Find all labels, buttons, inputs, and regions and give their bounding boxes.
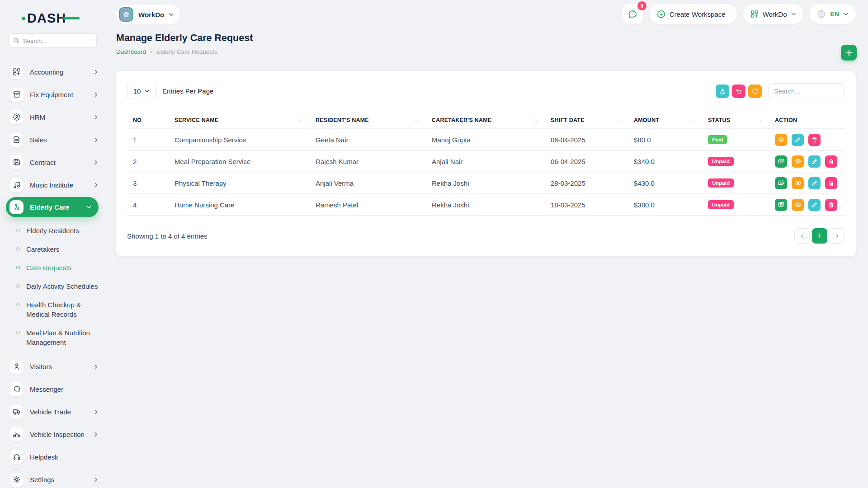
sort-icon[interactable]: ↑↓ bbox=[691, 118, 694, 123]
edit-button[interactable] bbox=[808, 199, 821, 211]
chevron-right-icon bbox=[94, 477, 98, 482]
add-care-request-button[interactable] bbox=[841, 45, 857, 61]
sidebar-item-accounting[interactable]: Accounting bbox=[0, 61, 105, 83]
sort-icon[interactable]: ↑↓ bbox=[298, 118, 302, 123]
view-button[interactable] bbox=[775, 134, 787, 146]
language-dropdown[interactable]: EN bbox=[810, 4, 856, 24]
pagination-prev-button[interactable]: ‹ bbox=[794, 228, 810, 244]
entries-summary: Showing 1 to 4 of 4 entries bbox=[127, 232, 208, 240]
chevron-right-icon: › bbox=[150, 48, 152, 55]
messenger-icon bbox=[9, 382, 24, 396]
sidebar-search-input[interactable] bbox=[23, 38, 91, 44]
reset-button[interactable] bbox=[732, 84, 745, 98]
notifications-button[interactable]: 0 bbox=[623, 4, 643, 24]
sidebar-item-label: Vehicle Trade bbox=[30, 408, 71, 416]
delete-button[interactable] bbox=[825, 199, 837, 211]
edit-button[interactable] bbox=[808, 177, 821, 189]
chevron-right-icon bbox=[94, 92, 98, 97]
sidebar-subitem-health-checkup-medical-records[interactable]: Health Checkup & Medical Records bbox=[0, 296, 105, 324]
cell-status: Unpaid bbox=[708, 157, 775, 166]
sidebar-item-label: HRM bbox=[30, 113, 45, 121]
invoice-button[interactable] bbox=[775, 155, 787, 168]
breadcrumb-dashboard[interactable]: Dashboard bbox=[116, 48, 146, 55]
delete-button[interactable] bbox=[808, 134, 821, 146]
sidebar-item-label: Visitors bbox=[30, 363, 52, 371]
sidebar-submenu: Elderly ResidentsCaretakersCare Requests… bbox=[0, 219, 105, 355]
entries-per-page-value: 10 bbox=[133, 87, 141, 95]
sort-icon[interactable]: ↑↓ bbox=[415, 118, 418, 123]
sidebar-subitem-elderly-residents[interactable]: Elderly Residents bbox=[0, 221, 105, 240]
cell-resident-name: Ramesh Patel bbox=[316, 201, 432, 209]
cell-caretaker-name: Anjali Nair bbox=[432, 158, 551, 165]
edit-button[interactable] bbox=[808, 155, 821, 168]
topbar-actions: 0 Create Workspace WorkDo EN bbox=[623, 4, 856, 24]
pagination-page-1[interactable]: 1 bbox=[812, 228, 827, 244]
sidebar-item-visitors[interactable]: Visitors bbox=[0, 355, 105, 378]
column-header-shift-date: SHIFT DATE↑↓ bbox=[551, 117, 634, 123]
sidebar-subitem-daily-activity-schedules[interactable]: Daily Activity Schedules bbox=[0, 277, 105, 296]
view-button[interactable] bbox=[792, 177, 804, 189]
sidebar-item-label: Messenger bbox=[30, 385, 63, 393]
column-header-resident-s-name: RESIDENT'S NAME↑↓ bbox=[316, 117, 432, 123]
view-button[interactable] bbox=[792, 199, 804, 211]
pagination-next-button[interactable]: › bbox=[830, 228, 845, 244]
cell-service-name: Meal Preparation Service bbox=[175, 158, 316, 165]
download-icon bbox=[719, 88, 726, 94]
chevron-right-icon bbox=[94, 137, 98, 142]
sidebar-item-fix-equipment[interactable]: Fix Equipment bbox=[0, 83, 105, 106]
delete-button[interactable] bbox=[825, 177, 837, 189]
cell-shift-date: 28-03-2025 bbox=[551, 179, 634, 187]
workspace-switcher[interactable]: WorkDo bbox=[116, 5, 180, 24]
undo-icon bbox=[736, 88, 742, 94]
sidebar-item-vehicle-trade[interactable]: Vehicle Trade bbox=[0, 400, 105, 423]
cell-status: Unpaid bbox=[708, 200, 775, 209]
edit-button[interactable] bbox=[792, 134, 804, 146]
sidebar-search bbox=[8, 33, 97, 48]
sidebar-subitem-care-requests[interactable]: Care Requests bbox=[0, 258, 105, 277]
sidebar-subitem-meal-plan-nutrition-management[interactable]: Meal Plan & Nutrition Management bbox=[0, 324, 105, 352]
invoice-button[interactable] bbox=[775, 177, 787, 189]
chevron-right-icon bbox=[94, 70, 98, 75]
sidebar-item-vehicle-inspection[interactable]: Vehicle Inspection bbox=[0, 423, 105, 446]
bullet-icon bbox=[16, 284, 20, 288]
delete-button[interactable] bbox=[825, 155, 837, 168]
refresh-icon bbox=[752, 88, 758, 94]
sidebar-item-settings[interactable]: Settings bbox=[0, 468, 105, 488]
building-icon bbox=[119, 7, 133, 22]
refresh-button[interactable] bbox=[748, 84, 762, 98]
status-badge: Unpaid bbox=[708, 178, 734, 188]
accounting-icon bbox=[9, 65, 24, 79]
hrm-icon bbox=[9, 110, 24, 124]
sidebar-item-hrm[interactable]: HRM bbox=[0, 106, 105, 128]
sort-icon[interactable]: ↑↓ bbox=[758, 118, 761, 123]
sidebar-item-elderly-care[interactable]: Elderly Care bbox=[6, 197, 99, 217]
cell-shift-date: 18-03-2025 bbox=[551, 201, 634, 209]
sidebar-item-helpdesk[interactable]: Helpdesk bbox=[0, 446, 105, 468]
sidebar-item-label: Accounting bbox=[30, 68, 63, 76]
sidebar-subitem-caretakers[interactable]: Caretakers bbox=[0, 240, 105, 258]
sort-icon[interactable]: ↑↓ bbox=[617, 118, 620, 123]
sidebar-item-label: Fix Equipment bbox=[30, 91, 73, 99]
sidebar-item-music-institute[interactable]: Music Institute bbox=[0, 174, 105, 196]
breadcrumb: Dashboard › Elderly Care Requests bbox=[116, 48, 253, 55]
entries-per-page-select[interactable]: 10 bbox=[127, 83, 156, 99]
sidebar-item-messenger[interactable]: Messenger bbox=[0, 378, 105, 400]
chevron-right-icon bbox=[94, 183, 98, 188]
cell-status: Unpaid bbox=[708, 178, 775, 188]
view-button[interactable] bbox=[792, 155, 804, 168]
column-header-caretaker-s-name: CARETAKER'S NAME↑↓ bbox=[432, 117, 551, 123]
export-button[interactable] bbox=[716, 84, 729, 98]
workspace-dropdown[interactable]: WorkDo bbox=[743, 4, 803, 24]
sidebar-item-label: Elderly Care bbox=[30, 203, 70, 211]
invoice-button[interactable] bbox=[775, 199, 787, 211]
sidebar-item-contract[interactable]: Contract bbox=[0, 151, 105, 174]
vehicle-trade-icon bbox=[9, 405, 24, 419]
sort-icon[interactable]: ↑↓ bbox=[533, 118, 537, 123]
table-controls: 10 Entries Per Page bbox=[127, 83, 845, 99]
sidebar-item-label: Contract bbox=[30, 159, 56, 166]
sidebar-item-sales[interactable]: Sales bbox=[0, 128, 105, 151]
create-workspace-button[interactable]: Create Workspace bbox=[650, 4, 737, 24]
bullet-icon bbox=[16, 266, 20, 269]
cell-no: 3 bbox=[127, 179, 175, 187]
table-search-input[interactable] bbox=[774, 88, 839, 95]
